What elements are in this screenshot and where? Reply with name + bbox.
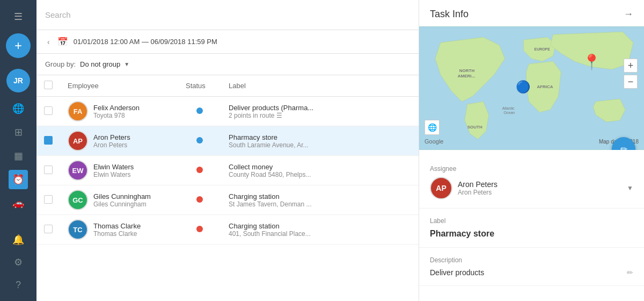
assignee-info: Aron Peters Aron Peters: [458, 180, 497, 196]
status-cell: [178, 185, 221, 215]
label-value: Pharmacy store: [430, 229, 633, 239]
row-extra-cell: [394, 97, 419, 126]
table-row[interactable]: AP Aron Peters Aron Peters Pharmacy stor…: [36, 126, 419, 156]
task-panel-title: Task Info: [430, 9, 469, 20]
map-pin-red: 📍: [582, 53, 601, 71]
help-nav-icon[interactable]: ?: [9, 275, 28, 295]
label-section-label: Label: [430, 217, 633, 225]
chart-nav-icon[interactable]: ▦: [9, 146, 28, 166]
table-row[interactable]: GC Giles Cunningham Giles Cunningham Cha…: [36, 185, 419, 215]
employee-name: Elwin Waters: [93, 163, 134, 171]
status-dot: [196, 137, 203, 144]
map-globe-button[interactable]: 🌐: [425, 120, 440, 135]
status-dot: [196, 226, 203, 232]
date-back-arrow[interactable]: ‹: [45, 35, 52, 48]
select-all-checkbox[interactable]: [44, 81, 53, 89]
date-toolbar: ‹ 📅 01/01/2018 12:00 AM — 06/09/2018 11:…: [36, 30, 419, 54]
employee-name: Giles Cunningham: [93, 192, 151, 200]
status-dot: [196, 196, 203, 203]
status-cell: [178, 215, 221, 245]
label-sub: County Road 5480, Phelps...: [229, 171, 387, 178]
employee-sub: Aron Peters: [93, 141, 130, 149]
assignee-label: Assignee: [430, 165, 633, 173]
label-section: Label Pharmacy store: [419, 209, 644, 248]
employee-text: Aron Peters Aron Peters: [93, 133, 130, 149]
employee-name: Aron Peters: [93, 133, 130, 141]
label-cell: Charging station St James Tavern, Denman…: [221, 185, 394, 215]
assignee-sub: Aron Peters: [458, 189, 497, 196]
employee-sub: Giles Cunningham: [93, 200, 151, 208]
employee-text: Thomas Clarke Thomas Clarke: [93, 222, 141, 238]
search-input[interactable]: [45, 10, 410, 19]
grid-nav-icon[interactable]: ⊞: [9, 123, 28, 142]
svg-text:Ocean: Ocean: [504, 111, 515, 114]
assignee-dropdown-icon[interactable]: ▼: [627, 184, 633, 192]
hamburger-icon[interactable]: ☰: [10, 6, 27, 27]
bell-nav-icon[interactable]: 🔔: [9, 230, 28, 249]
header-employee: Employee: [60, 75, 178, 97]
row-checkbox[interactable]: [44, 195, 53, 204]
label-main: Charging station: [229, 192, 387, 200]
svg-text:AMERI...: AMERI...: [458, 74, 475, 78]
svg-text:NORTH: NORTH: [459, 68, 475, 73]
row-checkbox-cell: [36, 97, 60, 126]
description-edit-icon[interactable]: ✏: [627, 268, 633, 277]
assignee-section: Assignee AP Aron Peters Aron Peters ▼: [419, 150, 644, 209]
table-row[interactable]: TC Thomas Clarke Thomas Clarke Charging …: [36, 215, 419, 245]
label-sub: St James Tavern, Denman ...: [229, 200, 387, 208]
row-checkbox-cell: [36, 156, 60, 185]
employee-text: Felix Anderson Toyota 978: [93, 104, 140, 119]
employee-text: Elwin Waters Elwin Waters: [93, 163, 134, 178]
description-section-label: Description: [430, 256, 633, 264]
map-zoom-out-button[interactable]: −: [624, 75, 638, 89]
car-nav-icon[interactable]: 🚗: [9, 194, 28, 213]
svg-text:EUROPE: EUROPE: [534, 47, 550, 51]
label-sub: South Laramie Avenue, Ar...: [229, 141, 387, 149]
clock-nav-icon[interactable]: ⏰: [9, 170, 28, 189]
avatar[interactable]: JR: [6, 69, 30, 92]
map-svg: NORTH AMERI... EUROPE AFRICA Atlantic Oc…: [419, 26, 644, 150]
date-range: 01/01/2018 12:00 AM — 06/09/2018 11:59 P…: [74, 38, 217, 46]
label-cell: Pharmacy store South Laramie Avenue, Ar.…: [221, 126, 394, 156]
gear-nav-icon[interactable]: ⚙: [9, 253, 28, 272]
task-panel-close-icon[interactable]: →: [624, 9, 633, 20]
label-cell: Deliver products (Pharma... 2 points in …: [221, 97, 394, 126]
label-main: Pharmacy store: [229, 133, 387, 141]
row-extra-cell: [394, 215, 419, 245]
toolbar: [36, 0, 419, 30]
employee-sub: Thomas Clarke: [93, 230, 141, 238]
groupby-bar: Group by: Do not group Status Employee L…: [36, 54, 419, 75]
map-zoom-in-button[interactable]: +: [624, 59, 638, 73]
row-checkbox[interactable]: [44, 106, 53, 115]
groupby-select[interactable]: Do not group Status Employee Label: [80, 60, 129, 68]
table-header-row: Employee Status Label: [36, 75, 419, 97]
sidebar: ☰ + JR 🌐 ⊞ ▦ ⏰ 🚗 🔔 ⚙ ?: [0, 0, 36, 301]
assignee-avatar: AP: [430, 177, 452, 199]
employee-text: Giles Cunningham Giles Cunningham: [93, 192, 151, 208]
status-dot: [196, 108, 203, 114]
label-main: Deliver products (Pharma...: [229, 104, 387, 112]
groupby-label: Group by:: [45, 60, 76, 68]
employee-info: GC Giles Cunningham Giles Cunningham: [68, 190, 171, 210]
header-label: Label: [221, 75, 394, 97]
task-info-panel: Task Info → NORTH AMERI... EUROPE AFRICA: [419, 0, 644, 301]
task-panel-header: Task Info →: [419, 0, 644, 26]
row-checkbox[interactable]: [44, 166, 53, 174]
row-checkbox[interactable]: [44, 136, 53, 145]
row-checkbox[interactable]: [44, 225, 53, 233]
employee-avatar: AP: [68, 131, 88, 151]
row-extra-cell: [394, 156, 419, 185]
description-text: Deliver products: [430, 268, 484, 277]
employee-sub: Toyota 978: [93, 112, 140, 119]
row-checkbox-cell: [36, 126, 60, 156]
table-row[interactable]: FA Felix Anderson Toyota 978 Deliver pro…: [36, 97, 419, 126]
employee-info: TC Thomas Clarke Thomas Clarke: [68, 219, 171, 240]
add-fab-button[interactable]: +: [6, 33, 31, 58]
table-row[interactable]: EW Elwin Waters Elwin Waters Collect mon…: [36, 156, 419, 185]
globe-nav-icon[interactable]: 🌐: [9, 99, 28, 118]
calendar-icon[interactable]: 📅: [57, 37, 68, 47]
label-sub: 2 points in route ☰: [229, 112, 387, 119]
assignee-name: Aron Peters: [458, 180, 497, 189]
sidebar-bottom: 🔔 ⚙ ?: [9, 230, 28, 295]
employee-avatar: FA: [68, 101, 88, 121]
